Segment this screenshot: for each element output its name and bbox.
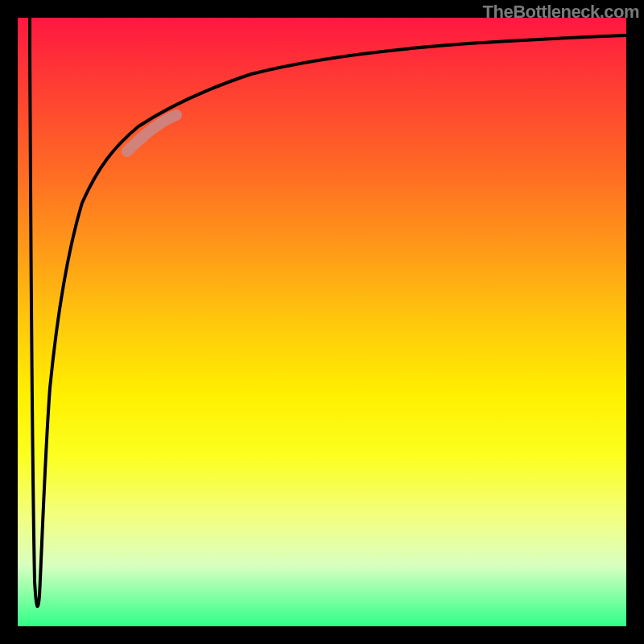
attribution-label: TheBottleneck.com xyxy=(483,2,639,23)
highlight-segment xyxy=(127,115,176,151)
chart-frame: TheBottleneck.com xyxy=(0,0,644,644)
plot-area xyxy=(18,18,626,626)
curve-layer xyxy=(18,18,626,626)
bottleneck-curve xyxy=(30,18,626,606)
